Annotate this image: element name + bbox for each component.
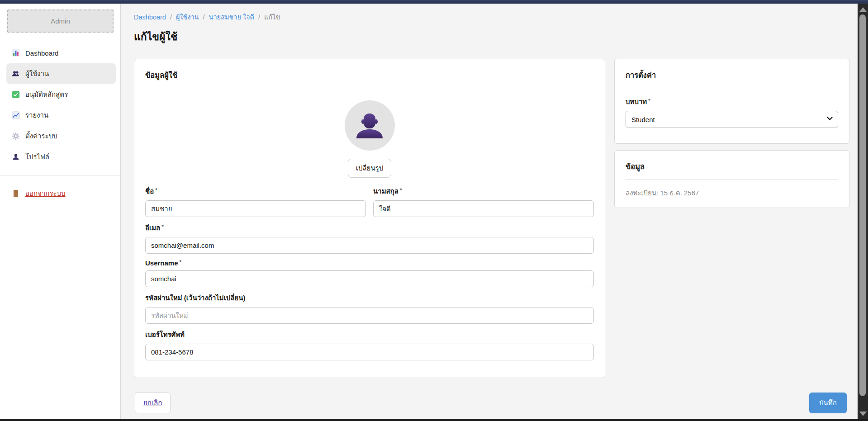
email-field[interactable] bbox=[145, 237, 594, 254]
sidebar-item-label: รายงาน bbox=[25, 110, 48, 121]
info-card: ข้อมูล ลงทะเบียน: 15 ธ.ค. 2567 bbox=[614, 150, 849, 208]
breadcrumb-separator: / bbox=[258, 14, 260, 21]
breadcrumb-separator: / bbox=[170, 14, 172, 21]
required-mark: * bbox=[161, 224, 164, 230]
window-bottom-edge bbox=[0, 419, 868, 421]
last-name-field[interactable] bbox=[373, 200, 594, 217]
username-field[interactable] bbox=[145, 270, 594, 287]
sidebar-item-label: อนุมัติหลักสูตร bbox=[25, 89, 68, 100]
change-photo-button[interactable]: เปลี่ยนรูป bbox=[348, 159, 391, 178]
settings-card-title: การตั้งค่า bbox=[615, 59, 849, 81]
sidebar-item-label: ตั้งค่าระบบ bbox=[25, 131, 57, 142]
sidebar-item-label: โปรไฟล์ bbox=[25, 151, 49, 162]
person-icon bbox=[12, 153, 20, 161]
sidebar-item-profile[interactable]: โปรไฟล์ bbox=[6, 147, 116, 167]
registered-date-text: ลงทะเบียน: 15 ธ.ค. 2567 bbox=[626, 188, 838, 199]
role-label: บทบาท* bbox=[626, 96, 838, 107]
breadcrumb-separator: / bbox=[203, 14, 205, 21]
scrollbar-thumb[interactable] bbox=[859, 14, 866, 396]
required-mark: * bbox=[400, 187, 402, 194]
new-password-label: รหัสผ่านใหม่ (เว้นว่างถ้าไม่เปลี่ยน) bbox=[145, 293, 594, 303]
sidebar-item-users[interactable]: ผู้ใช้งาน bbox=[6, 63, 116, 84]
check-icon bbox=[12, 90, 20, 99]
breadcrumb-link-user-name[interactable]: นายสมชาย ใจดี bbox=[209, 12, 254, 22]
email-label: อีเมล* bbox=[145, 222, 594, 233]
breadcrumb-current: แก้ไข bbox=[264, 12, 280, 22]
first-name-field[interactable] bbox=[145, 200, 366, 217]
cancel-button-label: ยกเลิก bbox=[143, 399, 162, 407]
username-label: Username* bbox=[145, 259, 594, 267]
role-select[interactable]: Student bbox=[626, 111, 838, 128]
save-button[interactable]: บันทึก bbox=[809, 393, 847, 413]
sidebar: Admin Dashboard ผู้ใช้งาน อนุมัติหลักสูต… bbox=[0, 4, 121, 419]
brand-label: Admin bbox=[51, 17, 70, 25]
phone-field[interactable] bbox=[145, 344, 594, 360]
phone-label: เบอร์โทรศัพท์ bbox=[145, 329, 594, 340]
breadcrumb: Dashboard / ผู้ใช้งาน / นายสมชาย ใจดี / … bbox=[134, 12, 280, 22]
sidebar-item-approve-courses[interactable]: อนุมัติหลักสูตร bbox=[6, 84, 116, 105]
sidebar-item-dashboard[interactable]: Dashboard bbox=[6, 43, 116, 63]
sidebar-menu: Dashboard ผู้ใช้งาน อนุมัติหลักสูตร รายง… bbox=[0, 43, 120, 204]
door-icon bbox=[12, 189, 20, 198]
sidebar-item-logout[interactable]: ออกจากระบบ bbox=[6, 183, 116, 204]
scroll-up-icon[interactable] bbox=[859, 7, 867, 12]
breadcrumb-link-dashboard[interactable]: Dashboard bbox=[134, 14, 166, 21]
gear-icon bbox=[12, 132, 20, 140]
page-title: แก้ไขผู้ใช้ bbox=[134, 28, 177, 45]
users-icon bbox=[12, 70, 20, 78]
last-name-label: นามสกุล* bbox=[373, 186, 594, 197]
card-title: ข้อมูลผู้ใช้ bbox=[134, 59, 605, 81]
required-mark: * bbox=[180, 259, 182, 265]
required-mark: * bbox=[155, 187, 157, 194]
sidebar-item-label: Dashboard bbox=[25, 49, 58, 57]
sidebar-item-reports[interactable]: รายงาน bbox=[6, 105, 116, 126]
cancel-button[interactable]: ยกเลิก bbox=[135, 393, 171, 413]
scroll-down-icon[interactable] bbox=[859, 412, 867, 416]
sidebar-divider bbox=[0, 175, 120, 175]
sidebar-item-system-settings[interactable]: ตั้งค่าระบบ bbox=[6, 126, 116, 147]
brand-placeholder: Admin bbox=[7, 9, 114, 33]
user-info-card: ข้อมูลผู้ใช้ bbox=[134, 59, 605, 378]
info-card-title: ข้อมูล bbox=[615, 151, 849, 172]
required-mark: * bbox=[648, 98, 650, 104]
breadcrumb-link-users[interactable]: ผู้ใช้งาน bbox=[176, 12, 199, 22]
bar-chart-icon bbox=[12, 49, 20, 57]
line-chart-icon bbox=[12, 111, 20, 119]
new-password-field[interactable] bbox=[145, 307, 594, 324]
main-content: Dashboard / ผู้ใช้งาน / นายสมชาย ใจดี / … bbox=[121, 4, 858, 419]
logout-label: ออกจากระบบ bbox=[25, 188, 66, 199]
vertical-scrollbar[interactable] bbox=[858, 4, 868, 419]
user-avatar bbox=[345, 100, 395, 151]
settings-card: การตั้งค่า บทบาท* Student bbox=[614, 59, 849, 144]
first-name-label: ชื่อ* bbox=[145, 186, 366, 197]
sidebar-item-label: ผู้ใช้งาน bbox=[25, 68, 49, 79]
window-title-bar bbox=[0, 0, 868, 4]
card-divider bbox=[145, 88, 594, 88]
